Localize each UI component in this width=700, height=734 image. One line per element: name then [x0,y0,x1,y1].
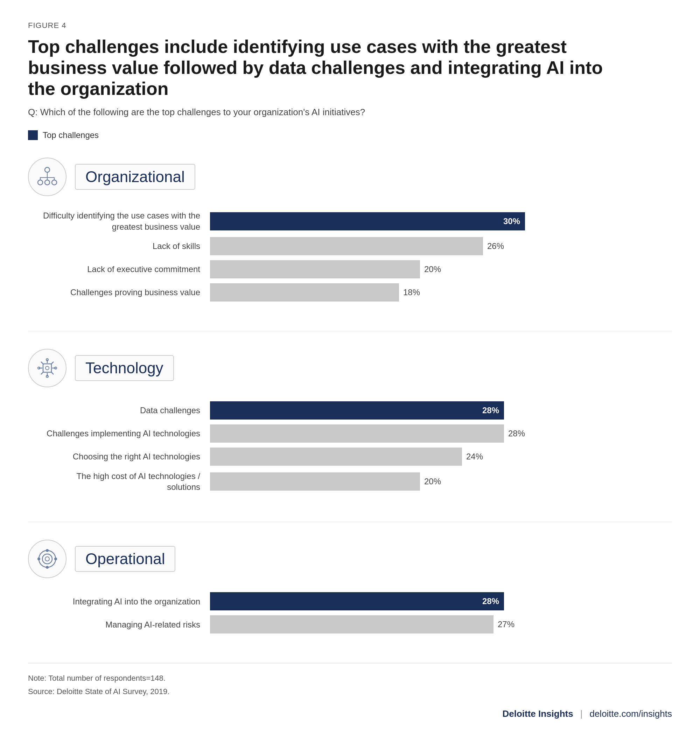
bar-container: 26% [210,237,672,255]
svg-point-2 [45,180,50,185]
legend-label: Top challenges [43,130,99,140]
bar-value-outside: 20% [424,264,441,274]
bar-container: 28% [210,424,672,443]
bar-value-outside: 24% [466,452,483,461]
bar-value-outside: 28% [508,429,525,438]
bar-row: Difficulty identifying the use cases wit… [42,210,672,232]
bar-container: 27% [210,615,672,634]
bar-label: Integrating AI into the organization [42,596,210,607]
bar-label: Difficulty identifying the use cases wit… [42,210,210,232]
section-title-operational: Operational [75,546,175,572]
bar-row: Lack of executive commitment20% [42,260,672,279]
chart-area-operational: Integrating AI into the organization28%M… [28,592,672,638]
svg-line-18 [41,372,43,374]
svg-line-16 [51,372,54,374]
bar-container: 30% [210,212,672,230]
svg-point-25 [46,549,49,552]
bar-row: Integrating AI into the organization28% [42,592,672,610]
bar-label: Challenges implementing AI technologies [42,428,210,439]
section-icon-organizational [28,158,66,196]
chart-area-technology: Data challenges28%Challenges implementin… [28,401,672,497]
bar-label: Choosing the right AI technologies [42,451,210,462]
svg-line-15 [41,362,43,364]
section-header-operational: Operational [28,539,672,578]
svg-point-0 [45,167,50,172]
svg-point-24 [45,557,49,561]
footer-brand: Deloitte Insights [502,709,573,719]
footer-notes: Note: Total number of respondents=148. S… [28,672,672,698]
svg-point-10 [46,366,49,370]
footer-branding: Deloitte Insights | deloitte.com/insight… [28,709,672,719]
bar-row: Managing AI-related risks27% [42,615,672,634]
sections-container: OrganizationalDifficulty identifying the… [28,158,672,638]
bar-fill [210,472,420,491]
bar-fill [210,283,399,302]
legend: Top challenges [28,130,672,140]
bar-label: Lack of skills [42,240,210,251]
bar-container: 20% [210,472,672,491]
bar-row: Challenges proving business value18% [42,283,672,302]
svg-point-27 [46,566,49,569]
svg-point-26 [54,557,57,560]
section-title-technology: Technology [75,355,174,381]
main-title: Top challenges include identifying use c… [28,37,623,99]
section-organizational: OrganizationalDifficulty identifying the… [28,158,672,306]
footer-url: deloitte.com/insights [590,709,672,719]
bar-container: 28% [210,592,672,610]
bar-label: Lack of executive commitment [42,264,210,274]
svg-point-28 [37,557,40,560]
svg-rect-9 [43,364,51,372]
section-title-organizational: Organizational [75,164,195,190]
svg-line-17 [51,362,54,364]
bar-value-inside: 28% [482,405,499,415]
bar-value-outside: 20% [424,477,441,486]
footer: Note: Total number of respondents=148. S… [28,663,672,719]
bar-label: Challenges proving business value [42,287,210,298]
footer-note1: Note: Total number of respondents=148. [28,672,672,685]
legend-color-box [28,130,38,140]
bar-fill [210,448,462,466]
bar-value-inside: 30% [503,217,520,226]
bar-row: Challenges implementing AI technologies2… [42,424,672,443]
bar-label: The high cost of AI technologies / solut… [42,471,210,492]
bar-row: Choosing the right AI technologies24% [42,448,672,466]
bar-fill [210,424,504,443]
bar-row: Data challenges28% [42,401,672,420]
bar-row: Lack of skills26% [42,237,672,255]
bar-container: 24% [210,448,672,466]
bar-row: The high cost of AI technologies / solut… [42,471,672,492]
bar-fill [210,260,420,279]
section-icon-technology [28,349,66,387]
footer-note2: Source: Deloitte State of AI Survey, 201… [28,685,672,698]
bar-fill: 28% [210,401,504,420]
section-operational: OperationalIntegrating AI into the organ… [28,539,672,638]
bar-fill [210,237,483,255]
svg-point-1 [38,180,43,185]
bar-fill: 28% [210,592,504,610]
section-header-technology: Technology [28,349,672,387]
bar-container: 18% [210,283,672,302]
bar-fill [210,615,494,634]
bar-value-inside: 28% [482,596,499,606]
bar-value-outside: 26% [487,241,504,251]
bar-value-outside: 27% [498,619,515,629]
bar-fill: 30% [210,212,525,230]
subtitle: Q: Which of the following are the top ch… [28,107,672,118]
section-icon-operational [28,539,66,578]
bar-container: 20% [210,260,672,279]
section-technology: TechnologyData challenges28%Challenges i… [28,349,672,497]
footer-separator: | [580,709,583,719]
svg-point-3 [52,180,57,185]
bar-label: Managing AI-related risks [42,619,210,630]
section-header-organizational: Organizational [28,158,672,196]
bar-label: Data challenges [42,405,210,416]
bar-container: 28% [210,401,672,420]
svg-point-23 [42,554,52,564]
figure-label: FIGURE 4 [28,21,672,30]
chart-area-organizational: Difficulty identifying the use cases wit… [28,210,672,306]
bar-value-outside: 18% [403,287,420,297]
